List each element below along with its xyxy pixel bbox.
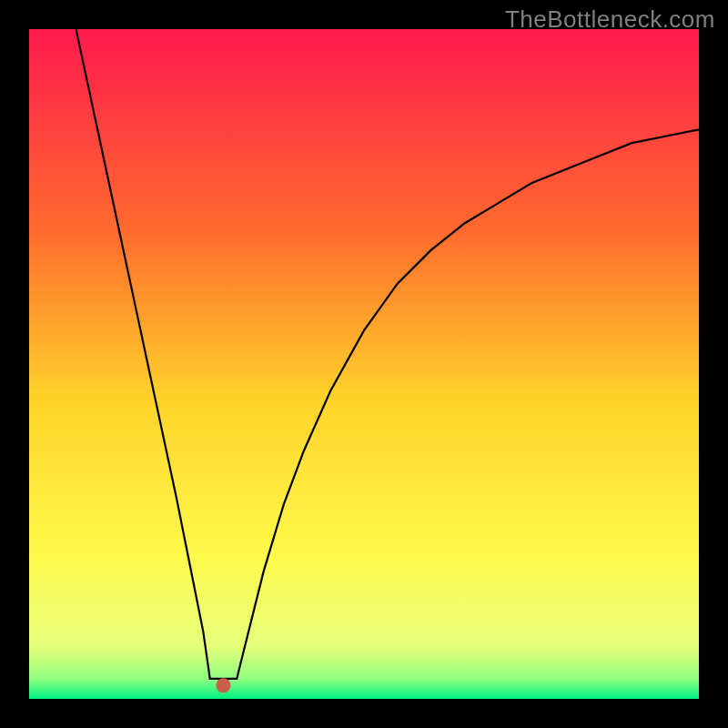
plot-area: [29, 29, 699, 699]
watermark-text: TheBottleneck.com: [505, 5, 715, 34]
gradient-background: [29, 29, 699, 699]
recommended-marker-icon: [216, 678, 230, 693]
plot-svg: [29, 29, 699, 699]
chart-frame: TheBottleneck.com: [0, 0, 728, 728]
